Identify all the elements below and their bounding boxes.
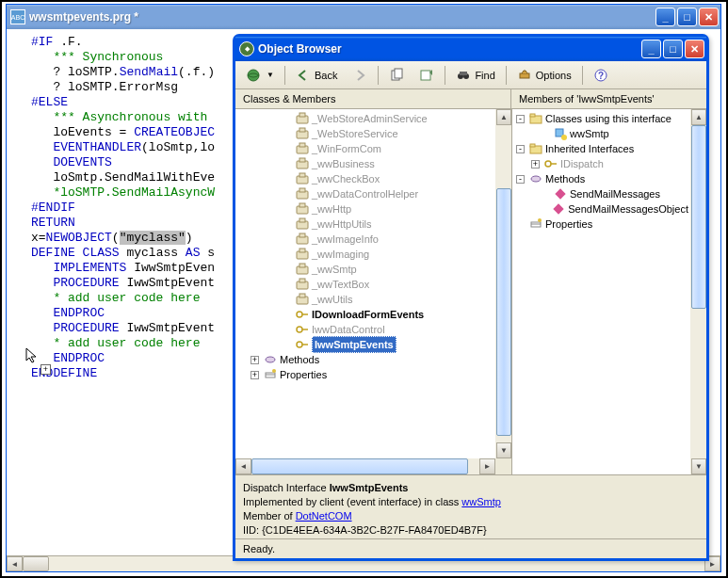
classes-tree[interactable]: _WebStoreAdminService_WebStoreService_Wi… (235, 109, 495, 458)
options-button[interactable]: Options (510, 65, 578, 86)
tree-item[interactable]: _wwHttpUtils (237, 217, 493, 232)
scroll-thumb[interactable] (251, 458, 468, 474)
scroll-track[interactable] (496, 125, 511, 442)
tree-item[interactable]: -Classes using this interface (514, 111, 688, 126)
tree-item-label: Classes using this interface (545, 111, 671, 126)
tree-item[interactable]: _wwCheckBox (237, 171, 493, 186)
tree-item[interactable]: _WebStoreService (237, 126, 493, 141)
refresh-button[interactable] (413, 65, 441, 86)
tree-item-label: _wwUtils (312, 292, 352, 307)
tree-item[interactable]: IDownloadFormEvents (237, 307, 493, 322)
scroll-track[interactable] (251, 458, 479, 474)
scroll-thumb[interactable] (23, 556, 49, 571)
ob-titlebar[interactable]: ◆ Object Browser _ □ ✕ (235, 37, 706, 61)
svg-rect-29 (299, 249, 305, 252)
scroll-right-button[interactable]: ► (479, 458, 495, 474)
detail-member-link[interactable]: DotNetCOM (296, 510, 352, 522)
members-tree[interactable]: -Classes using this interfacewwSmtp-Inhe… (512, 109, 690, 474)
code-fold-icon[interactable]: + (40, 364, 51, 375)
tree-item[interactable]: _wwHttp (237, 201, 493, 217)
tree-item-label: _wwCheckBox (312, 171, 380, 186)
tree-item[interactable]: IwwSmtpEvents (237, 337, 493, 352)
detail-pane: Dispatch Interface IwwSmtpEvents Impleme… (235, 475, 706, 539)
scroll-thumb[interactable] (691, 125, 706, 309)
tree-item-label: _WinFormCom (312, 141, 381, 156)
find-button[interactable]: Find (449, 65, 501, 86)
tree-item[interactable]: _WinFormCom (237, 141, 493, 156)
ob-maximize-button[interactable]: □ (663, 40, 683, 58)
tree-item[interactable]: _wwTextBox (237, 277, 493, 292)
tree-item[interactable]: _wwImaging (237, 247, 493, 262)
scroll-left-button[interactable]: ◄ (235, 458, 251, 474)
tree-item[interactable]: -Inherited Interfaces (514, 141, 688, 156)
tree-item[interactable]: wwSmtp (514, 126, 688, 141)
folder-icon (529, 142, 542, 155)
expand-toggle-icon[interactable]: + (531, 160, 540, 169)
left-vscroll[interactable]: ▲ ▼ (495, 109, 511, 458)
forward-button[interactable] (346, 65, 374, 86)
back-button[interactable]: Back (289, 65, 344, 86)
tree-item[interactable]: _wwSmtp (237, 262, 493, 277)
tree-item[interactable]: _wwDataControlHelper (237, 186, 493, 201)
close-button[interactable]: ✕ (699, 8, 719, 26)
copy-button[interactable] (382, 65, 411, 86)
scroll-up-button[interactable]: ▲ (496, 109, 511, 125)
left-hscroll[interactable]: ◄ ► (235, 458, 511, 474)
svg-rect-27 (299, 233, 305, 237)
scroll-track[interactable] (691, 125, 706, 458)
tree-item-label: Properties (280, 367, 327, 382)
expand-toggle-icon[interactable]: - (516, 115, 525, 123)
expand-toggle-icon[interactable]: - (516, 175, 525, 184)
scroll-up-button[interactable]: ▲ (691, 109, 706, 125)
class-icon (296, 278, 309, 291)
tree-item-label: _wwHttpUtils (312, 217, 372, 232)
help-button[interactable]: ? (587, 65, 615, 86)
scroll-down-button[interactable]: ▼ (691, 458, 706, 474)
tree-item[interactable]: _wwBusiness (237, 156, 493, 171)
forward-arrow-icon (352, 68, 367, 83)
help-icon: ? (593, 68, 608, 83)
minimize-button[interactable]: _ (655, 8, 675, 26)
tree-item[interactable]: +Properties (237, 367, 493, 382)
prop-icon (529, 217, 542, 231)
detail-class-link[interactable]: wwSmtp (461, 496, 501, 507)
tree-item-label: _wwImageInfo (312, 232, 379, 247)
scroll-down-button[interactable]: ▼ (496, 442, 511, 458)
tree-item[interactable]: +Methods (237, 352, 493, 367)
iface-icon (296, 323, 309, 336)
expand-toggle-icon[interactable]: + (251, 371, 259, 379)
svg-point-38 (297, 327, 302, 332)
scroll-left-button[interactable]: ◄ (7, 556, 23, 571)
toolbar-sep (506, 66, 507, 85)
expand-toggle-icon[interactable]: - (516, 145, 525, 153)
right-pane: -Classes using this interfacewwSmtp-Inhe… (512, 109, 706, 474)
tree-item[interactable]: _wwUtils (237, 292, 493, 307)
right-vscroll[interactable]: ▲ ▼ (690, 109, 706, 474)
tree-item[interactable]: SendMailMessagesObject (514, 201, 688, 217)
maximize-button[interactable]: □ (677, 8, 697, 26)
svg-rect-31 (299, 264, 305, 267)
tree-item[interactable]: -Methods (514, 171, 688, 186)
ob-minimize-button[interactable]: _ (641, 40, 661, 58)
open-button[interactable]: ▼ (239, 65, 281, 86)
method-icon (529, 172, 542, 185)
expand-toggle-icon[interactable]: + (251, 356, 259, 364)
tree-item[interactable]: _wwImageInfo (237, 232, 493, 247)
detail-line-3: Member of DotNetCOM (243, 509, 699, 523)
tree-item[interactable]: +IDispatch (514, 156, 688, 171)
tree-item[interactable]: IwwDataControl (237, 322, 493, 337)
editor-titlebar[interactable]: ABC wwsmtpevents.prg * _ □ ✕ (7, 5, 720, 29)
editor-title: wwsmtpevents.prg * (29, 10, 655, 24)
tree-item-label: _wwBusiness (312, 156, 375, 171)
tree-item-label: IDispatch (560, 156, 604, 171)
svg-point-36 (297, 312, 302, 317)
svg-point-49 (561, 135, 567, 140)
svg-rect-7 (520, 73, 529, 78)
tree-item[interactable]: SendMailMessages (514, 186, 688, 201)
left-pane-header: Classes & Members (235, 89, 511, 108)
toolbar-sep (582, 66, 583, 85)
tree-item[interactable]: Properties (514, 217, 688, 232)
ob-close-button[interactable]: ✕ (685, 40, 704, 58)
scroll-thumb[interactable] (496, 188, 511, 436)
tree-item[interactable]: _WebStoreAdminService (237, 111, 493, 126)
